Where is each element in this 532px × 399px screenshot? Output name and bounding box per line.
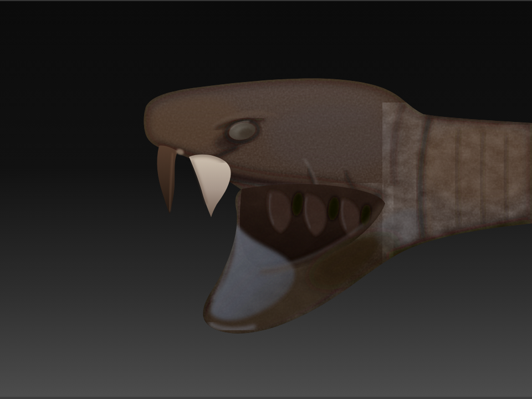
bottom-edge-line [0, 397, 532, 399]
render-svg [0, 0, 532, 399]
sculpt-viewport-canvas[interactable] [0, 0, 532, 399]
top-edge-line [0, 0, 532, 1]
